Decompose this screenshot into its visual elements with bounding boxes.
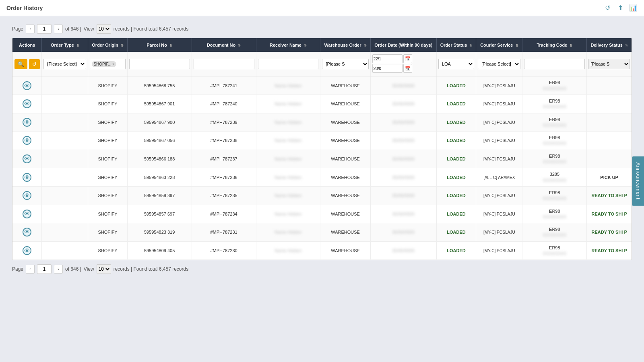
filter-order-type-select[interactable]: [Please Select] — [43, 59, 86, 69]
row-receiver-name: Name Hidden — [256, 223, 320, 242]
filter-parcel-no-input[interactable] — [129, 59, 190, 69]
table-row: 👁SHOPIFY595954863 228#MPH787236Name Hidd… — [12, 168, 632, 187]
sort-receiver-name-icon[interactable]: ⇅ — [304, 44, 307, 47]
prev-page-button-bottom[interactable]: ‹ — [26, 265, 35, 274]
row-delivery-status: READY TO SHI P — [587, 223, 632, 242]
sort-delivery-status-icon[interactable]: ⇅ — [625, 44, 628, 47]
row-parcel-no: 595954867 900 — [127, 113, 192, 132]
order-date-blurred: 00/00/0000 — [392, 248, 415, 253]
row-courier-service: [MY-C] POSLAJU — [476, 205, 522, 223]
col-delivery-status: Delivery Status ⇅ — [587, 38, 632, 52]
filter-receiver-name-input[interactable] — [258, 59, 319, 69]
remove-tag-icon[interactable]: × — [112, 62, 115, 67]
page-input-bottom[interactable] — [37, 264, 52, 274]
view-row-button[interactable]: 👁 — [23, 81, 31, 90]
sort-courier-service-icon[interactable]: ⇅ — [516, 44, 518, 47]
col-order-status: Order Status ⇅ — [436, 38, 476, 52]
sort-document-no-icon[interactable]: ⇅ — [238, 44, 241, 47]
order-status-badge: LOADED — [447, 120, 465, 125]
sort-parcel-no-icon[interactable]: ⇅ — [169, 44, 172, 47]
view-row-button[interactable]: 👁 — [23, 154, 31, 163]
order-date-blurred: 00/00/0000 — [392, 212, 415, 216]
search-button[interactable]: 🔍 — [14, 59, 27, 69]
view-row-button[interactable]: 👁 — [23, 99, 31, 108]
upload-icon[interactable]: ⬆ — [616, 4, 625, 12]
sort-order-type-icon[interactable]: ⇅ — [76, 44, 79, 47]
row-tracking-code: ER98XXXXXXXX — [522, 132, 587, 150]
filter-document-no-input[interactable] — [194, 59, 254, 69]
order-date-blurred: 00/00/0000 — [392, 83, 415, 88]
date-from-input[interactable] — [372, 54, 402, 63]
row-parcel-no: 595954809 405 — [127, 241, 192, 260]
row-document-no: #MPH787238 — [192, 132, 256, 150]
view-row-button[interactable]: 👁 — [23, 210, 31, 218]
row-warehouse-order: WAREHOUSE — [320, 76, 370, 95]
filter-parcel-no-cell — [127, 52, 192, 76]
next-page-button-bottom[interactable]: › — [54, 265, 63, 274]
view-row-button[interactable]: 👁 — [23, 246, 31, 255]
tracking-code-text: ER98 — [549, 135, 560, 140]
filter-receiver-name-cell — [256, 52, 320, 76]
view-row-button[interactable]: 👁 — [23, 173, 31, 182]
filter-delivery-status-select[interactable]: [Please S — [588, 59, 630, 69]
filter-courier-service-select[interactable]: [Please Select] — [478, 59, 520, 69]
row-warehouse-order: WAREHOUSE — [320, 168, 370, 187]
filter-document-no-cell — [192, 52, 256, 76]
receiver-name-blurred: Name Hidden — [275, 248, 301, 253]
excel-icon[interactable]: 📊 — [629, 4, 638, 12]
row-receiver-name: Name Hidden — [256, 186, 320, 205]
row-courier-service: [MY-C] POSLAJU — [476, 186, 522, 205]
table-row: 👁SHOPIFY595954857 697#MPH787234Name Hidd… — [12, 205, 632, 223]
next-page-button[interactable]: › — [54, 25, 63, 33]
receiver-name-blurred: Name Hidden — [275, 101, 301, 106]
sort-tracking-code-icon[interactable]: ⇅ — [570, 44, 572, 47]
row-document-no: #MPH787236 — [192, 168, 256, 187]
row-receiver-name: Name Hidden — [256, 113, 320, 132]
order-status-badge: LOADED — [447, 230, 465, 234]
announcement-tab[interactable]: Announcement — [632, 156, 644, 206]
row-warehouse-order: WAREHOUSE — [320, 95, 370, 113]
date-to-calendar-button[interactable]: 📅 — [403, 64, 412, 73]
sort-order-origin-icon[interactable]: ⇅ — [121, 44, 124, 47]
col-receiver-name: Receiver Name ⇅ — [256, 38, 320, 52]
row-order-origin: SHOPIFY — [88, 132, 127, 150]
page-label-bottom: Page — [12, 266, 23, 272]
row-warehouse-order: WAREHOUSE — [320, 241, 370, 260]
row-order-type — [42, 76, 88, 95]
sort-order-status-icon[interactable]: ⇅ — [469, 44, 472, 47]
courier-service-text: [MY-C] POSLAJU — [483, 193, 515, 198]
prev-page-button[interactable]: ‹ — [26, 25, 35, 33]
page-input[interactable] — [37, 24, 52, 34]
filter-row: 🔍 ↺ [Please Select] SHOPIF... — [12, 52, 632, 76]
date-to-input[interactable] — [372, 64, 402, 73]
row-courier-service: [MY-C] POSLAJU — [476, 113, 522, 132]
view-row-button[interactable]: 👁 — [23, 118, 31, 127]
row-parcel-no: 595954863 228 — [127, 168, 192, 187]
filter-tracking-code-input[interactable] — [524, 59, 585, 69]
row-order-type — [42, 241, 88, 260]
row-order-status: LOADED — [436, 150, 476, 168]
view-row-button[interactable]: 👁 — [23, 191, 31, 200]
sort-warehouse-order-icon[interactable]: ⇅ — [364, 44, 367, 47]
filter-order-type-cell: [Please Select] — [42, 52, 88, 76]
row-order-date: 00/00/0000 — [370, 223, 436, 242]
view-row-button[interactable]: 👁 — [23, 228, 31, 237]
reset-button[interactable]: ↺ — [29, 59, 40, 69]
row-delivery-status: READY TO SHI P — [587, 186, 632, 205]
row-tracking-code: 3285XXXXXXXX — [522, 168, 587, 187]
delivery-status-text: READY TO SHI P — [592, 212, 627, 216]
filter-order-origin-cell: SHOPIF... × — [88, 52, 127, 76]
of-pages-bottom: of 646 | — [65, 266, 81, 272]
courier-service-text: [MY-C] POSLAJU — [483, 157, 515, 161]
view-count-select[interactable]: 10 25 50 — [97, 24, 111, 34]
row-parcel-no: 595954866 188 — [127, 150, 192, 168]
filter-order-status-select[interactable]: LOA — [438, 59, 475, 69]
row-order-type — [42, 205, 88, 223]
view-count-select-bottom[interactable]: 10 25 50 — [97, 264, 111, 274]
tracking-code-text: ER98 — [549, 154, 560, 158]
filter-warehouse-order-select[interactable]: [Please S — [322, 59, 368, 69]
view-row-button[interactable]: 👁 — [23, 136, 31, 145]
row-parcel-no: 595954867 901 — [127, 95, 192, 113]
refresh-icon[interactable]: ↺ — [603, 4, 612, 12]
date-from-calendar-button[interactable]: 📅 — [403, 54, 412, 63]
